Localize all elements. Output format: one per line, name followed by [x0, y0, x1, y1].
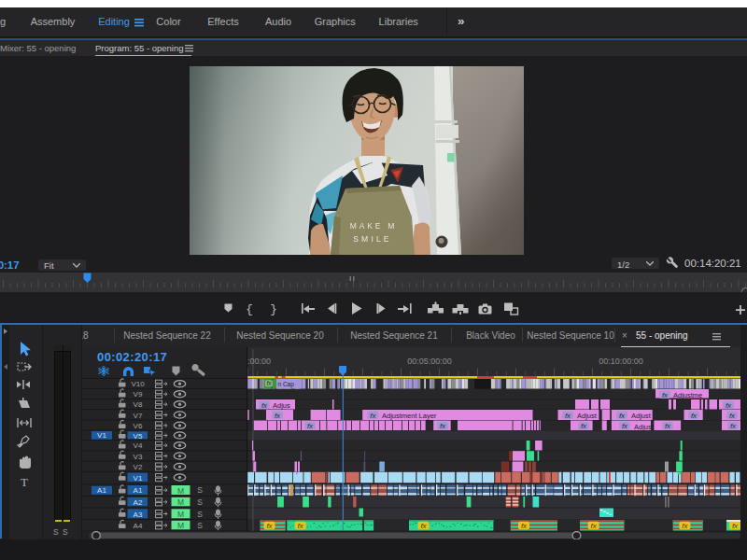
svg-text:fx: fx — [298, 522, 304, 530]
svg-text:A4: A4 — [134, 522, 143, 530]
svg-text:00:05:00:00: 00:05:00:00 — [407, 357, 452, 366]
svg-text:fx: fx — [521, 522, 528, 530]
svg-text:fx: fx — [665, 422, 671, 430]
svg-text:Adjust: Adjust — [631, 412, 652, 420]
svg-text:fx: fx — [729, 412, 736, 420]
svg-text:M: M — [177, 510, 184, 519]
svg-text:{: { — [246, 303, 253, 316]
svg-text:fx: fx — [307, 422, 314, 430]
svg-text:fx: fx — [266, 522, 273, 530]
svg-text:fx: fx — [266, 380, 272, 386]
svg-text:fx: fx — [732, 522, 739, 530]
svg-text:A1: A1 — [97, 486, 106, 495]
svg-text:Adjust: Adjust — [577, 412, 598, 420]
svg-text:fx: fx — [581, 422, 587, 430]
svg-text:S: S — [197, 485, 203, 495]
svg-text:V3: V3 — [134, 453, 143, 461]
svg-text:A1: A1 — [134, 486, 143, 495]
svg-text:M: M — [177, 497, 184, 507]
svg-text:V10: V10 — [131, 380, 145, 388]
svg-text:n Cap: n Cap — [278, 381, 295, 388]
svg-text:V4: V4 — [134, 441, 143, 450]
svg-text:fx: fx — [619, 412, 626, 420]
svg-text:Adjust: Adjust — [634, 423, 655, 431]
svg-text:00:10:00:00: 00:10:00:00 — [599, 357, 643, 366]
svg-text:V7: V7 — [134, 412, 143, 420]
svg-text:V2: V2 — [134, 463, 143, 471]
svg-text:fx: fx — [565, 412, 571, 420]
svg-text:}: } — [270, 303, 277, 316]
svg-text:S: S — [197, 510, 203, 519]
svg-text::00:00: :00:00 — [247, 357, 271, 366]
svg-text:fx: fx — [662, 391, 669, 399]
svg-text:V8: V8 — [134, 400, 143, 409]
svg-text:fx: fx — [682, 522, 688, 530]
svg-text:Adjus: Adjus — [273, 401, 290, 410]
svg-text:V1: V1 — [97, 431, 106, 440]
svg-text:V6: V6 — [134, 422, 143, 430]
svg-text:A3: A3 — [134, 511, 143, 519]
svg-text:S: S — [197, 497, 203, 507]
svg-text:V1: V1 — [134, 474, 143, 483]
svg-text:fx: fx — [275, 412, 281, 420]
svg-text:fx: fx — [726, 401, 732, 410]
svg-text:M: M — [177, 521, 184, 530]
svg-text:Adjustme: Adjustme — [673, 391, 702, 399]
svg-text:fx: fx — [590, 522, 597, 530]
svg-text:fx: fx — [370, 412, 376, 420]
svg-text:fx: fx — [691, 412, 698, 420]
svg-text:Adjustment Layer: Adjustment Layer — [382, 412, 437, 420]
svg-text:V5: V5 — [134, 432, 143, 441]
svg-text:fx: fx — [622, 422, 628, 430]
svg-text:A2: A2 — [134, 498, 143, 507]
svg-text:fx: fx — [730, 422, 737, 430]
svg-text:fx: fx — [440, 422, 446, 430]
svg-text:fx: fx — [261, 401, 268, 410]
svg-text:fx: fx — [420, 522, 427, 530]
svg-text:M: M — [177, 486, 184, 496]
svg-text:S: S — [197, 521, 203, 530]
svg-text:V9: V9 — [134, 390, 143, 399]
